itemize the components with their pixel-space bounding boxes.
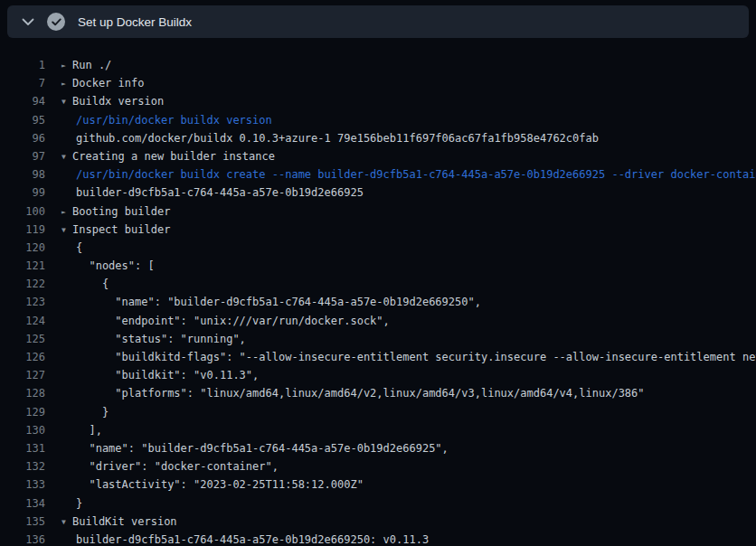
log-line-text: "name": "builder-d9cfb5a1-c764-445a-a57e… [61, 293, 481, 311]
log-group-title-text: Docker info [72, 77, 144, 89]
log-line: 124 "endpoint": "unix:///var/run/docker.… [0, 312, 756, 330]
log-group-title[interactable]: ▼BuildKit version [61, 513, 177, 531]
line-number[interactable]: 95 [0, 111, 45, 129]
caret-expanded-icon[interactable]: ▼ [61, 513, 72, 531]
line-number[interactable]: 122 [0, 275, 45, 293]
chevron-down-icon[interactable] [16, 10, 40, 33]
line-number[interactable]: 129 [0, 403, 45, 421]
log-line: 132 "driver": "docker-container", [0, 457, 756, 475]
line-number[interactable]: 1 [0, 56, 45, 74]
log-line: 96github.com/docker/buildx 0.10.3+azure-… [0, 129, 756, 147]
line-number[interactable]: 126 [0, 348, 45, 366]
line-number[interactable]: 135 [0, 513, 45, 531]
caret-collapsed-icon[interactable]: ► [61, 203, 72, 221]
log-group-header: 119▼Inspect builder [0, 221, 756, 239]
log-line-text: "buildkitd-flags": "--allow-insecure-ent… [61, 348, 756, 366]
log-line: 131 "name": "builder-d9cfb5a1-c764-445a-… [0, 439, 756, 457]
log-line-text: builder-d9cfb5a1-c764-445a-a57e-0b19d2e6… [61, 184, 364, 202]
line-number[interactable]: 120 [0, 239, 45, 257]
log-line: 99builder-d9cfb5a1-c764-445a-a57e-0b19d2… [0, 184, 756, 202]
log-line-text: { [61, 239, 82, 257]
log-group-header: 94▼Buildx version [0, 92, 756, 110]
log-group-title[interactable]: ►Booting builder [61, 202, 170, 221]
log-group-title[interactable]: ▼Buildx version [61, 92, 164, 110]
log-line-text: "platforms": "linux/amd64,linux/amd64/v2… [61, 384, 645, 402]
log-line: 128 "platforms": "linux/amd64,linux/amd6… [0, 384, 756, 402]
line-number[interactable]: 131 [0, 439, 45, 457]
log-line-text: ], [61, 421, 102, 439]
log-group-title[interactable]: ▼Creating a new builder instance [61, 147, 275, 165]
log-line-text: { [61, 275, 109, 293]
log-line: 136builder-d9cfb5a1-c764-445a-a57e-0b19d… [0, 531, 756, 546]
log-group-header: 100►Booting builder [0, 202, 756, 221]
line-number[interactable]: 133 [0, 475, 45, 494]
log-group-title[interactable]: ►Docker info [61, 74, 144, 92]
caret-expanded-icon[interactable]: ▼ [61, 221, 72, 239]
log-line-text: } [61, 403, 109, 421]
log-group-title-text: Booting builder [72, 205, 170, 218]
line-number[interactable]: 130 [0, 421, 45, 439]
caret-expanded-icon[interactable]: ▼ [61, 93, 72, 110]
line-number[interactable]: 100 [0, 202, 45, 221]
log-line-text: } [61, 494, 82, 513]
line-number[interactable]: 123 [0, 293, 45, 311]
log-group-header: 135▼BuildKit version [0, 513, 756, 531]
line-number[interactable]: 7 [0, 74, 45, 92]
line-number[interactable]: 94 [0, 92, 45, 110]
line-number[interactable]: 96 [0, 129, 45, 147]
log-line-text: /usr/bin/docker buildx create --name bui… [61, 165, 756, 184]
line-number[interactable]: 121 [0, 257, 45, 275]
log-line-text: "name": "builder-d9cfb5a1-c764-445a-a57e… [61, 439, 449, 457]
line-number[interactable]: 99 [0, 184, 45, 202]
log-group-header: 97▼Creating a new builder instance [0, 147, 756, 165]
log-line-text: "nodes": [ [61, 257, 155, 275]
log-group-title[interactable]: ▼Inspect builder [61, 221, 170, 239]
log-line: 98/usr/bin/docker buildx create --name b… [0, 165, 756, 184]
line-number[interactable]: 119 [0, 221, 45, 239]
log-line: 133 "lastActivity": "2023-02-25T11:58:12… [0, 475, 756, 494]
caret-expanded-icon[interactable]: ▼ [61, 148, 72, 165]
log-line-text: "buildkit": "v0.11.3", [61, 366, 259, 384]
line-number[interactable]: 125 [0, 330, 45, 348]
line-number[interactable]: 128 [0, 384, 45, 402]
step-header[interactable]: Set up Docker Buildx [7, 5, 749, 38]
log-line: 126 "buildkitd-flags": "--allow-insecure… [0, 348, 756, 366]
log-line-text: "endpoint": "unix:///var/run/docker.sock… [61, 312, 390, 330]
log-line-text: builder-d9cfb5a1-c764-445a-a57e-0b19d2e6… [61, 531, 429, 546]
log-line: 130 ], [0, 421, 756, 439]
log-line: 134} [0, 494, 756, 513]
caret-collapsed-icon[interactable]: ► [61, 57, 72, 74]
step-title: Set up Docker Buildx [78, 15, 192, 29]
log-line: 127 "buildkit": "v0.11.3", [0, 366, 756, 384]
log-group-header: 1►Run ./ [0, 56, 756, 74]
line-number[interactable]: 134 [0, 494, 45, 513]
check-icon [47, 13, 65, 31]
log-group-title-text: BuildKit version [72, 515, 177, 528]
log-group-title-text: Creating a new builder instance [72, 150, 275, 163]
line-number[interactable]: 136 [0, 531, 45, 546]
caret-collapsed-icon[interactable]: ► [61, 75, 72, 92]
log-group-header: 7►Docker info [0, 74, 756, 92]
log-line-text: "lastActivity": "2023-02-25T11:58:12.000… [61, 475, 364, 494]
log-line: 129 } [0, 403, 756, 421]
log-line: 120{ [0, 239, 756, 257]
log-line-text: /usr/bin/docker buildx version [61, 111, 272, 129]
line-number[interactable]: 127 [0, 366, 45, 384]
log-line-text: "status": "running", [61, 330, 246, 348]
line-number[interactable]: 98 [0, 165, 45, 184]
log-group-title[interactable]: ►Run ./ [61, 56, 111, 74]
line-number[interactable]: 97 [0, 147, 45, 165]
log-line-text: github.com/docker/buildx 0.10.3+azure-1 … [61, 129, 599, 147]
log-line: 123 "name": "builder-d9cfb5a1-c764-445a-… [0, 293, 756, 311]
log-group-title-text: Inspect builder [72, 223, 170, 236]
log-line-text: "driver": "docker-container", [61, 457, 279, 475]
log-line: 95/usr/bin/docker buildx version [0, 111, 756, 129]
log-line: 125 "status": "running", [0, 330, 756, 348]
log-group-title-text: Run ./ [72, 59, 111, 71]
log-line: 121 "nodes": [ [0, 257, 756, 275]
log-line: 122 { [0, 275, 756, 293]
log-output: 1►Run ./7►Docker info94▼Buildx version95… [0, 38, 756, 546]
line-number[interactable]: 132 [0, 457, 45, 475]
line-number[interactable]: 124 [0, 312, 45, 330]
log-group-title-text: Buildx version [72, 95, 164, 108]
